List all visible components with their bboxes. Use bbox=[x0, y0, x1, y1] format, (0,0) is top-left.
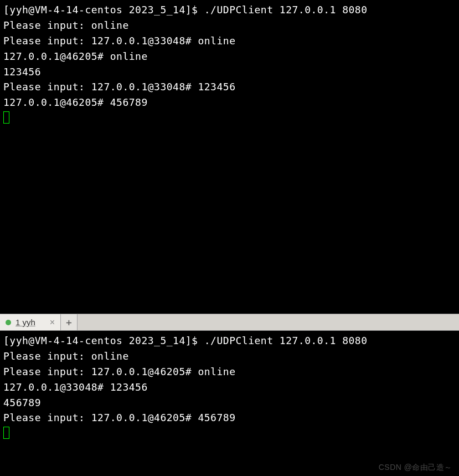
terminal-line: Please input: online bbox=[3, 349, 456, 364]
watermark: CSDN @命由己造～ bbox=[379, 463, 452, 473]
terminal-pane-bottom[interactable]: [yyh@VM-4-14-centos 2023_5_14]$ ./UDPCli… bbox=[0, 331, 459, 474]
cursor-icon bbox=[3, 427, 9, 439]
terminal-line: 123456 bbox=[3, 64, 456, 80]
cursor-icon bbox=[3, 111, 9, 124]
terminal-line: 127.0.0.1@46205# 456789 bbox=[3, 95, 456, 110]
status-dot-icon bbox=[6, 320, 11, 325]
cursor-line bbox=[3, 426, 456, 441]
terminal-line: Please input: 127.0.0.1@46205# online bbox=[3, 364, 456, 380]
close-icon[interactable]: × bbox=[49, 318, 56, 327]
plus-icon: + bbox=[66, 316, 72, 328]
terminal-line: 127.0.0.1@46205# online bbox=[3, 49, 456, 64]
command-text: ./UDPClient 127.0.0.1 8080 bbox=[204, 4, 368, 16]
terminal-line: Please input: 127.0.0.1@33048# online bbox=[3, 33, 456, 49]
terminal-line: Please input: 127.0.0.1@46205# 456789 bbox=[3, 410, 456, 426]
new-tab-button[interactable]: + bbox=[61, 314, 78, 330]
tab-session-1[interactable]: 1 yyh × bbox=[0, 314, 61, 330]
tab-bar-empty bbox=[78, 314, 459, 330]
shell-prompt: [yyh@VM-4-14-centos 2023_5_14]$ bbox=[3, 335, 204, 346]
tab-label: 1 yyh bbox=[16, 318, 44, 327]
shell-prompt: [yyh@VM-4-14-centos 2023_5_14]$ bbox=[3, 4, 204, 16]
terminal-line: Please input: 127.0.0.1@33048# 123456 bbox=[3, 79, 456, 95]
command-text: ./UDPClient 127.0.0.1 8080 bbox=[204, 335, 368, 346]
tab-bar: 1 yyh × + bbox=[0, 314, 459, 331]
terminal-line: Please input: online bbox=[3, 18, 456, 33]
terminal-line: [yyh@VM-4-14-centos 2023_5_14]$ ./UDPCli… bbox=[3, 333, 456, 349]
terminal-line: 127.0.0.1@33048# 123456 bbox=[3, 380, 456, 395]
terminal-line: 456789 bbox=[3, 395, 456, 411]
terminal-pane-top[interactable]: [yyh@VM-4-14-centos 2023_5_14]$ ./UDPCli… bbox=[0, 0, 459, 314]
terminal-line: [yyh@VM-4-14-centos 2023_5_14]$ ./UDPCli… bbox=[3, 2, 456, 18]
cursor-line bbox=[3, 110, 456, 126]
